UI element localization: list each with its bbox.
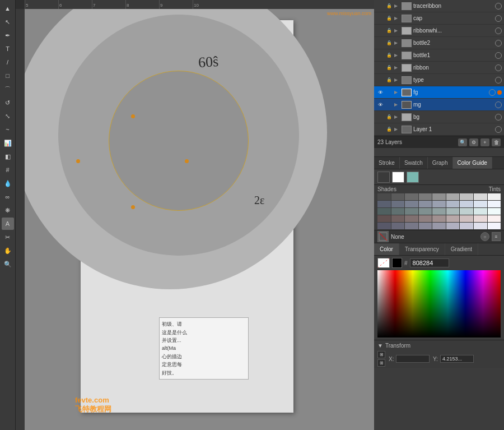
swatch-cell[interactable] <box>446 223 460 229</box>
layer-layer1[interactable]: 🔒 ▶ Layer 1 <box>374 123 504 136</box>
tab-gradient[interactable]: Gradient <box>445 243 478 255</box>
swatch-cell[interactable] <box>391 193 405 200</box>
add-layer-btn[interactable]: + <box>480 138 489 146</box>
none-options-circle[interactable]: ○ <box>480 232 489 241</box>
scale-tool[interactable]: ⤡ <box>2 110 14 122</box>
base-color-dark[interactable] <box>377 172 390 183</box>
direct-select-tool[interactable]: ↖ <box>2 16 14 28</box>
swatch-cell[interactable] <box>405 215 418 222</box>
layer-eye-icon[interactable]: 👁 <box>376 101 384 109</box>
layer-ribbonwhi[interactable]: 🔒 ▶ ribbonwhi... <box>374 25 504 37</box>
tab-transparency[interactable]: Transparency <box>399 243 445 255</box>
layer-lock-icon[interactable]: 🔒 <box>386 3 393 10</box>
layer-visibility-circle[interactable] <box>495 27 502 34</box>
line-tool[interactable]: / <box>2 56 14 68</box>
swatch-cell[interactable] <box>488 223 501 229</box>
layer-lock-icon[interactable]: 🔒 <box>386 114 393 121</box>
layer-eye-icon[interactable] <box>376 113 384 121</box>
layer-bottle1[interactable]: 🔒 ▶ bottle1 <box>374 49 504 62</box>
tab-stroke[interactable]: Stroke <box>374 157 400 169</box>
anchor-dot-top[interactable] <box>131 114 135 118</box>
swatch-cell[interactable] <box>419 208 432 215</box>
graph-tool[interactable]: 📊 <box>2 137 14 149</box>
layer-expand-icon[interactable]: ▶ <box>394 114 400 119</box>
swatch-cell[interactable] <box>460 201 473 207</box>
swatch-cell[interactable] <box>391 215 405 222</box>
layer-type[interactable]: 🔒 ▶ type <box>374 74 504 86</box>
swatch-cell[interactable] <box>474 208 487 215</box>
anchor-dot-left[interactable] <box>76 159 80 163</box>
base-color-teal[interactable] <box>407 172 419 183</box>
none-indicator[interactable] <box>377 231 389 242</box>
delete-layer-btn[interactable]: 🗑 <box>492 138 501 146</box>
swatch-cell[interactable] <box>377 223 391 229</box>
rect-tool[interactable]: □ <box>2 70 14 82</box>
swatch-cell[interactable] <box>474 215 487 222</box>
swatch-cell[interactable] <box>432 201 446 207</box>
gradient-tool[interactable]: ◧ <box>2 150 14 163</box>
transform-y-input[interactable] <box>440 355 474 363</box>
swatch-cell[interactable] <box>488 193 501 200</box>
swatch-cell[interactable] <box>419 193 432 200</box>
swatch-cell[interactable] <box>488 215 501 222</box>
swatch-cell[interactable] <box>460 208 473 215</box>
layer-lock-icon[interactable] <box>386 101 393 108</box>
layer-expand-icon[interactable]: ▶ <box>394 77 400 82</box>
layer-visibility-circle[interactable] <box>489 89 496 96</box>
layer-expand-icon[interactable]: ▶ <box>394 127 400 132</box>
swatch-cell[interactable] <box>377 215 391 222</box>
swatch-cell[interactable] <box>419 201 432 207</box>
swatch-cell[interactable] <box>391 201 405 207</box>
layer-visibility-circle[interactable] <box>495 101 502 108</box>
layer-lock-icon[interactable]: 🔒 <box>386 126 393 133</box>
rotate-tool[interactable]: ↺ <box>2 96 14 109</box>
swatch-cell[interactable] <box>377 208 391 215</box>
layer-expand-icon[interactable]: ▶ <box>394 65 400 70</box>
color-slash-box[interactable] <box>377 258 390 268</box>
swatch-cell[interactable] <box>432 223 446 229</box>
column-graph-tool[interactable]: A <box>2 218 14 230</box>
color-spectrum[interactable] <box>377 270 501 337</box>
swatch-cell[interactable] <box>377 201 391 207</box>
base-color-white[interactable] <box>392 172 404 183</box>
layer-eye-icon[interactable] <box>376 15 384 22</box>
layer-eye-icon[interactable] <box>376 126 384 133</box>
layer-expand-icon[interactable]: ▶ <box>394 3 400 8</box>
blend-tool[interactable]: ∞ <box>2 191 14 203</box>
swatch-cell[interactable] <box>391 208 405 215</box>
layer-visibility-circle[interactable] <box>495 77 502 84</box>
swatch-cell[interactable] <box>460 193 473 200</box>
layer-expand-icon[interactable]: ▶ <box>394 90 400 95</box>
layer-visibility-circle[interactable] <box>495 64 502 71</box>
anchor-dot-right[interactable] <box>185 159 189 163</box>
swatch-cell[interactable] <box>405 223 418 229</box>
color-hex-input[interactable] <box>410 258 449 267</box>
swatch-cell[interactable] <box>419 215 432 222</box>
layer-expand-icon[interactable]: ▶ <box>394 53 400 58</box>
layer-lock-icon[interactable] <box>386 89 393 96</box>
tab-swatch[interactable]: Swatch <box>400 157 428 169</box>
swatch-cell[interactable] <box>432 208 446 215</box>
swatch-cell[interactable] <box>405 193 418 200</box>
layer-fg[interactable]: 👁 ▶ fg <box>374 86 504 99</box>
anchor-dot-bottom[interactable] <box>131 205 135 209</box>
pen-tool[interactable]: ✒ <box>2 29 14 41</box>
transform-collapse-icon[interactable]: ▼ <box>377 343 383 349</box>
layer-visibility-circle[interactable] <box>495 126 502 133</box>
swatch-cell[interactable] <box>474 193 487 200</box>
swatch-cell[interactable] <box>474 201 487 207</box>
none-options-square[interactable]: ≡ <box>492 232 501 241</box>
swatch-cell[interactable] <box>460 223 473 229</box>
layer-eye-icon[interactable] <box>376 64 384 72</box>
layer-expand-icon[interactable]: ▶ <box>394 28 400 33</box>
layer-eye-icon[interactable] <box>376 76 384 84</box>
swatch-cell[interactable] <box>432 215 446 222</box>
brush-tool[interactable]: ⌒ <box>2 83 14 95</box>
swatch-cell[interactable] <box>446 193 460 200</box>
warp-tool[interactable]: ~ <box>2 123 14 136</box>
eyedropper-tool[interactable]: 💧 <box>2 177 14 189</box>
layer-options-btn[interactable]: ⚙ <box>469 138 478 146</box>
swatch-cell[interactable] <box>391 223 405 229</box>
swatch-cell[interactable] <box>432 193 446 200</box>
layer-lock-icon[interactable]: 🔒 <box>386 64 393 71</box>
